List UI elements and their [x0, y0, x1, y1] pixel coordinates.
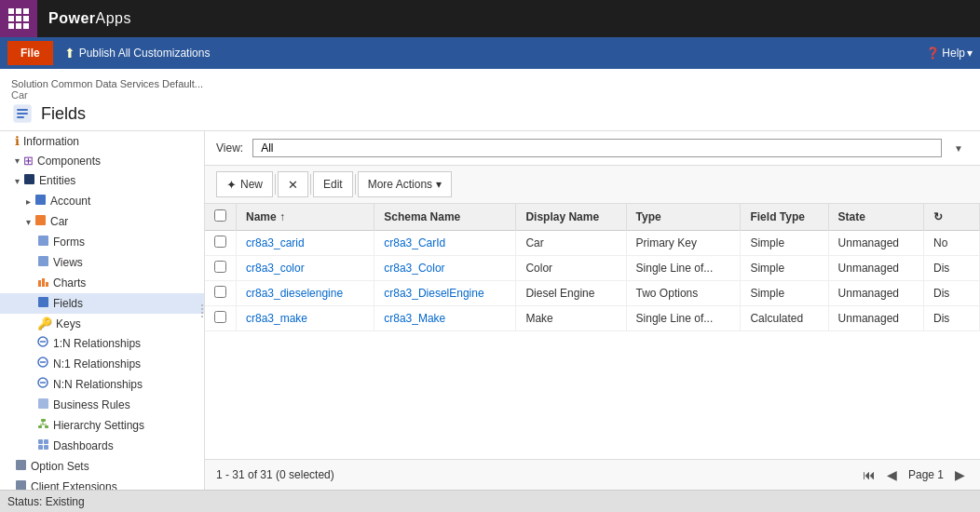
sidebar-item-n1-relationships[interactable]: N:1 Relationships [0, 354, 204, 374]
help-icon: ❓ [926, 47, 940, 60]
waffle-menu-button[interactable] [0, 0, 37, 37]
col-display-name[interactable]: Display Name [516, 204, 626, 231]
table-row[interactable]: cr8a3_carid cr8a3_CarId Car Primary Key … [205, 231, 980, 256]
row-checkbox-cell[interactable] [205, 281, 237, 306]
sidebar-item-components[interactable]: ▾ ⊞ Components [0, 151, 204, 170]
help-button[interactable]: ❓ Help ▾ [926, 47, 973, 60]
row-checkbox[interactable] [214, 261, 226, 273]
row-name[interactable]: cr8a3_make [237, 306, 374, 331]
col-type[interactable]: Type [626, 204, 741, 231]
edit-button[interactable]: Edit [313, 171, 353, 197]
file-button[interactable]: File [7, 41, 53, 65]
publish-icon: ⬆ [64, 46, 75, 61]
sidebar-item-fields[interactable]: Fields [0, 293, 204, 314]
top-bar: PowerApps [0, 0, 980, 37]
publish-button[interactable]: ⬆ Publish All Customizations [64, 46, 211, 61]
more-actions-button[interactable]: More Actions ▾ [358, 171, 452, 197]
car-expand-icon: ▾ [26, 217, 31, 227]
dashboards-icon [37, 438, 49, 453]
svg-rect-27 [38, 445, 43, 450]
entities-expand-icon: ▾ [15, 176, 20, 186]
row-field-type: Simple [741, 281, 828, 306]
row-name[interactable]: cr8a3_carid [237, 231, 374, 256]
new-icon: ✦ [226, 178, 237, 192]
help-dropdown-arrow: ▾ [967, 47, 973, 60]
1n-rel-icon [37, 336, 49, 351]
waffle-icon [8, 8, 29, 29]
sidebar-item-option-sets[interactable]: Option Sets [0, 456, 204, 477]
keys-icon: 🔑 [37, 317, 52, 330]
col-checkbox [205, 204, 237, 231]
svg-rect-19 [38, 398, 48, 409]
col-name[interactable]: Name ↑ [237, 204, 374, 231]
sidebar-item-views[interactable]: Views [0, 252, 204, 273]
delete-button[interactable]: ✕ [278, 171, 308, 197]
fields-sidebar-icon [37, 296, 49, 311]
sidebar-item-keys[interactable]: 🔑 Keys [0, 314, 204, 333]
sidebar-item-1n-relationships[interactable]: 1:N Relationships [0, 333, 204, 354]
row-type: Single Line of... [626, 256, 741, 281]
action-bar: ✦ New ✕ Edit More Actions ▾ [205, 166, 980, 204]
fields-icon [11, 102, 34, 125]
row-field-type: Simple [741, 256, 828, 281]
page-header: Solution Common Data Services Default...… [0, 69, 980, 131]
svg-rect-10 [42, 278, 45, 287]
col-field-type[interactable]: Field Type [741, 204, 828, 231]
row-checkbox[interactable] [214, 236, 226, 248]
account-expand-icon: ▸ [26, 196, 31, 207]
views-icon [37, 255, 49, 270]
sidebar-item-hierarchy-settings[interactable]: Hierarchy Settings [0, 415, 204, 436]
prev-page-button[interactable]: ◀ [883, 465, 901, 484]
svg-rect-5 [35, 195, 46, 205]
sidebar-item-charts[interactable]: Charts [0, 273, 204, 293]
col-state[interactable]: State [828, 204, 923, 231]
sidebar-item-client-extensions[interactable]: Client Extensions [0, 477, 204, 490]
row-display-name: Make [516, 306, 626, 331]
sidebar-item-business-rules[interactable]: Business Rules [0, 395, 204, 415]
row-checkbox-cell[interactable] [205, 256, 237, 281]
svg-rect-20 [41, 419, 46, 422]
row-checkbox-cell[interactable] [205, 306, 237, 331]
refresh-icon[interactable]: ↻ [933, 210, 943, 223]
sidebar-item-information[interactable]: ℹ Information [0, 131, 204, 151]
delete-icon: ✕ [288, 178, 298, 192]
status-text: Status: Existing [7, 495, 85, 508]
sidebar-item-dashboards[interactable]: Dashboards [0, 436, 204, 456]
table-row[interactable]: cr8a3_dieselengine cr8a3_DieselEngine Di… [205, 281, 980, 306]
sidebar-resize-handle[interactable] [200, 131, 204, 490]
row-checkbox-cell[interactable] [205, 231, 237, 256]
svg-rect-11 [46, 282, 48, 287]
col-schema-name[interactable]: Schema Name [374, 204, 516, 231]
components-icon: ⊞ [23, 154, 34, 168]
sidebar-item-forms[interactable]: Forms [0, 232, 204, 252]
row-type: Single Line of... [626, 306, 741, 331]
table-row[interactable]: cr8a3_color cr8a3_Color Color Single Lin… [205, 256, 980, 281]
sidebar-item-account[interactable]: ▸ Account [0, 191, 204, 211]
row-display-name: Car [516, 231, 626, 256]
new-button[interactable]: ✦ New [216, 171, 273, 197]
btn-separator-1 [275, 174, 276, 195]
table-row[interactable]: cr8a3_make cr8a3_Make Make Single Line o… [205, 306, 980, 331]
sidebar-item-car[interactable]: ▾ Car [0, 211, 204, 232]
select-all-checkbox[interactable] [214, 209, 226, 222]
row-checkbox[interactable] [214, 311, 226, 323]
row-name[interactable]: cr8a3_color [237, 256, 374, 281]
svg-rect-6 [35, 215, 46, 225]
first-page-button[interactable]: ⏮ [859, 465, 879, 484]
ribbon-bar: File ⬆ Publish All Customizations ❓ Help… [0, 37, 980, 69]
svg-rect-25 [38, 439, 43, 444]
car-icon [34, 214, 47, 229]
svg-rect-4 [24, 174, 34, 184]
nn-rel-icon [37, 377, 49, 392]
next-page-button[interactable]: ▶ [951, 465, 969, 484]
row-name[interactable]: cr8a3_dieselengine [237, 281, 374, 306]
view-toolbar: View: All ▼ [205, 131, 980, 166]
row-checkbox[interactable] [214, 286, 226, 298]
account-icon [34, 194, 47, 209]
col-extra: ↻ [924, 204, 980, 231]
sidebar-item-nn-relationships[interactable]: N:N Relationships [0, 374, 204, 395]
sidebar: ℹ Information ▾ ⊞ Components ▾ Entities … [0, 131, 205, 490]
sidebar-item-entities[interactable]: ▾ Entities [0, 170, 204, 191]
row-state: Unmanaged [828, 256, 923, 281]
view-select[interactable]: All [252, 139, 942, 157]
